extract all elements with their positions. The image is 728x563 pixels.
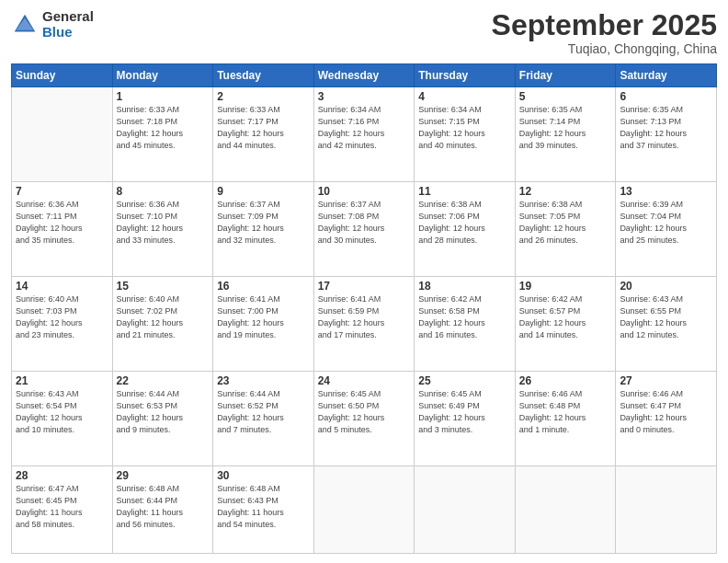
main-container: General Blue September 2025 Tuqiao, Chon…: [0, 0, 728, 563]
day-info: Sunrise: 6:43 AM Sunset: 6:54 PM Dayligh…: [16, 388, 108, 436]
calendar-body: 1Sunrise: 6:33 AM Sunset: 7:18 PM Daylig…: [12, 87, 717, 554]
day-info: Sunrise: 6:37 AM Sunset: 7:08 PM Dayligh…: [318, 199, 411, 247]
day-info: Sunrise: 6:34 AM Sunset: 7:16 PM Dayligh…: [318, 104, 411, 152]
day-info: Sunrise: 6:36 AM Sunset: 7:10 PM Dayligh…: [117, 199, 210, 247]
calendar-day-cell: 17Sunrise: 6:41 AM Sunset: 6:59 PM Dayli…: [313, 276, 415, 371]
calendar-day-cell: 26Sunrise: 6:46 AM Sunset: 6:48 PM Dayli…: [515, 371, 616, 465]
day-info: Sunrise: 6:41 AM Sunset: 7:00 PM Dayligh…: [217, 293, 310, 341]
calendar-day-cell: [415, 465, 516, 553]
day-number: 21: [16, 374, 108, 387]
day-info: Sunrise: 6:35 AM Sunset: 7:13 PM Dayligh…: [620, 104, 712, 152]
day-number: 20: [620, 280, 712, 293]
day-info: Sunrise: 6:42 AM Sunset: 6:57 PM Dayligh…: [519, 293, 612, 341]
calendar-day-cell: 20Sunrise: 6:43 AM Sunset: 6:55 PM Dayli…: [616, 276, 717, 371]
calendar-day-cell: [616, 465, 717, 553]
day-number: 19: [519, 280, 612, 293]
calendar-day-cell: 24Sunrise: 6:45 AM Sunset: 6:50 PM Dayli…: [313, 371, 415, 465]
logo-text: General Blue: [42, 9, 94, 40]
calendar-day-cell: 1Sunrise: 6:33 AM Sunset: 7:18 PM Daylig…: [112, 87, 213, 182]
calendar-week-row: 28Sunrise: 6:47 AM Sunset: 6:45 PM Dayli…: [12, 465, 717, 553]
day-number: 16: [217, 280, 310, 293]
calendar-day-cell: 6Sunrise: 6:35 AM Sunset: 7:13 PM Daylig…: [616, 87, 717, 182]
day-number: 28: [16, 469, 108, 482]
logo-general: General: [42, 9, 94, 25]
calendar-day-cell: [515, 465, 616, 553]
calendar-day-cell: 7Sunrise: 6:36 AM Sunset: 7:11 PM Daylig…: [12, 182, 113, 277]
day-info: Sunrise: 6:40 AM Sunset: 7:03 PM Dayligh…: [16, 293, 108, 341]
day-number: 9: [217, 185, 310, 198]
day-info: Sunrise: 6:39 AM Sunset: 7:04 PM Dayligh…: [620, 199, 712, 247]
calendar-table: SundayMondayTuesdayWednesdayThursdayFrid…: [11, 63, 717, 554]
calendar-day-cell: 18Sunrise: 6:42 AM Sunset: 6:58 PM Dayli…: [415, 276, 516, 371]
weekday-header-cell: Wednesday: [313, 64, 415, 87]
calendar-week-row: 1Sunrise: 6:33 AM Sunset: 7:18 PM Daylig…: [12, 87, 717, 182]
day-number: 2: [217, 90, 310, 103]
day-number: 1: [117, 90, 210, 103]
day-number: 14: [16, 280, 108, 293]
day-info: Sunrise: 6:42 AM Sunset: 6:58 PM Dayligh…: [418, 293, 511, 341]
day-info: Sunrise: 6:45 AM Sunset: 6:50 PM Dayligh…: [318, 388, 411, 436]
day-number: 25: [418, 374, 511, 387]
day-info: Sunrise: 6:34 AM Sunset: 7:15 PM Dayligh…: [418, 104, 511, 152]
logo-blue: Blue: [42, 25, 94, 40]
weekday-header-cell: Friday: [515, 64, 616, 87]
day-number: 23: [217, 374, 310, 387]
day-number: 11: [418, 185, 511, 198]
location-title: Tuqiao, Chongqing, China: [492, 41, 717, 56]
title-block: September 2025 Tuqiao, Chongqing, China: [492, 9, 717, 56]
day-info: Sunrise: 6:33 AM Sunset: 7:17 PM Dayligh…: [217, 104, 310, 152]
header: General Blue September 2025 Tuqiao, Chon…: [11, 9, 717, 56]
day-number: 26: [519, 374, 612, 387]
calendar-day-cell: 19Sunrise: 6:42 AM Sunset: 6:57 PM Dayli…: [515, 276, 616, 371]
calendar-day-cell: 28Sunrise: 6:47 AM Sunset: 6:45 PM Dayli…: [12, 465, 113, 553]
calendar-day-cell: [12, 87, 113, 182]
calendar-day-cell: 5Sunrise: 6:35 AM Sunset: 7:14 PM Daylig…: [515, 87, 616, 182]
day-info: Sunrise: 6:44 AM Sunset: 6:53 PM Dayligh…: [117, 388, 210, 436]
calendar-day-cell: 22Sunrise: 6:44 AM Sunset: 6:53 PM Dayli…: [112, 371, 213, 465]
calendar-week-row: 21Sunrise: 6:43 AM Sunset: 6:54 PM Dayli…: [12, 371, 717, 465]
day-number: 27: [620, 374, 712, 387]
day-info: Sunrise: 6:38 AM Sunset: 7:06 PM Dayligh…: [418, 199, 511, 247]
day-number: 3: [318, 90, 411, 103]
day-info: Sunrise: 6:46 AM Sunset: 6:48 PM Dayligh…: [519, 388, 612, 436]
weekday-header-cell: Tuesday: [213, 64, 314, 87]
calendar-day-cell: 30Sunrise: 6:48 AM Sunset: 6:43 PM Dayli…: [213, 465, 314, 553]
day-info: Sunrise: 6:43 AM Sunset: 6:55 PM Dayligh…: [620, 293, 712, 341]
logo: General Blue: [11, 9, 94, 40]
weekday-header-cell: Sunday: [12, 64, 113, 87]
weekday-header-cell: Monday: [112, 64, 213, 87]
day-number: 8: [117, 185, 210, 198]
calendar-day-cell: 23Sunrise: 6:44 AM Sunset: 6:52 PM Dayli…: [213, 371, 314, 465]
calendar-week-row: 14Sunrise: 6:40 AM Sunset: 7:03 PM Dayli…: [12, 276, 717, 371]
day-number: 29: [117, 469, 210, 482]
weekday-header-cell: Thursday: [415, 64, 516, 87]
calendar-day-cell: 25Sunrise: 6:45 AM Sunset: 6:49 PM Dayli…: [415, 371, 516, 465]
calendar-day-cell: 2Sunrise: 6:33 AM Sunset: 7:17 PM Daylig…: [213, 87, 314, 182]
day-info: Sunrise: 6:35 AM Sunset: 7:14 PM Dayligh…: [519, 104, 612, 152]
calendar-day-cell: 27Sunrise: 6:46 AM Sunset: 6:47 PM Dayli…: [616, 371, 717, 465]
calendar-day-cell: 14Sunrise: 6:40 AM Sunset: 7:03 PM Dayli…: [12, 276, 113, 371]
calendar-day-cell: 29Sunrise: 6:48 AM Sunset: 6:44 PM Dayli…: [112, 465, 213, 553]
calendar-day-cell: 4Sunrise: 6:34 AM Sunset: 7:15 PM Daylig…: [415, 87, 516, 182]
day-info: Sunrise: 6:33 AM Sunset: 7:18 PM Dayligh…: [117, 104, 210, 152]
month-title: September 2025: [492, 9, 717, 41]
day-number: 22: [117, 374, 210, 387]
day-info: Sunrise: 6:48 AM Sunset: 6:43 PM Dayligh…: [217, 483, 310, 531]
day-info: Sunrise: 6:37 AM Sunset: 7:09 PM Dayligh…: [217, 199, 310, 247]
calendar-day-cell: 10Sunrise: 6:37 AM Sunset: 7:08 PM Dayli…: [313, 182, 415, 277]
day-info: Sunrise: 6:41 AM Sunset: 6:59 PM Dayligh…: [318, 293, 411, 341]
day-number: 10: [318, 185, 411, 198]
day-info: Sunrise: 6:48 AM Sunset: 6:44 PM Dayligh…: [117, 483, 210, 531]
day-number: 6: [620, 90, 712, 103]
calendar-week-row: 7Sunrise: 6:36 AM Sunset: 7:11 PM Daylig…: [12, 182, 717, 277]
day-number: 15: [117, 280, 210, 293]
calendar-day-cell: 16Sunrise: 6:41 AM Sunset: 7:00 PM Dayli…: [213, 276, 314, 371]
day-info: Sunrise: 6:44 AM Sunset: 6:52 PM Dayligh…: [217, 388, 310, 436]
calendar-day-cell: 8Sunrise: 6:36 AM Sunset: 7:10 PM Daylig…: [112, 182, 213, 277]
logo-icon: [11, 11, 39, 39]
calendar-day-cell: 15Sunrise: 6:40 AM Sunset: 7:02 PM Dayli…: [112, 276, 213, 371]
calendar-day-cell: 12Sunrise: 6:38 AM Sunset: 7:05 PM Dayli…: [515, 182, 616, 277]
day-number: 5: [519, 90, 612, 103]
day-number: 13: [620, 185, 712, 198]
day-number: 18: [418, 280, 511, 293]
